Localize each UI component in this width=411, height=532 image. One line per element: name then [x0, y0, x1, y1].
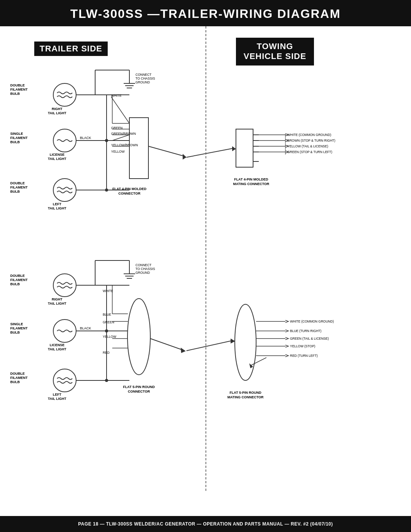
- svg-line-146: [186, 340, 233, 351]
- svg-text:BULB: BULB: [10, 331, 20, 334]
- header-title: TLW-300SS —TRAILER-WIRING DIAGRAM: [70, 7, 341, 21]
- svg-text:FILAMENT: FILAMENT: [10, 326, 28, 330]
- svg-text:BULB: BULB: [10, 140, 20, 144]
- svg-point-135: [235, 304, 256, 380]
- svg-text:LICENSE: LICENSE: [49, 343, 64, 347]
- svg-rect-39: [129, 118, 148, 179]
- svg-text:GREEN (TAIL & LICENSE): GREEN (TAIL & LICENSE): [290, 337, 329, 340]
- svg-text:RIGHT: RIGHT: [52, 297, 63, 301]
- svg-text:BULB: BULB: [10, 282, 20, 286]
- svg-text:CONNECTOR: CONNECTOR: [118, 192, 140, 195]
- svg-text:DOUBLE: DOUBLE: [10, 372, 25, 375]
- svg-text:DOUBLE: DOUBLE: [10, 274, 25, 278]
- svg-text:SINGLE: SINGLE: [10, 322, 23, 326]
- svg-text:WHITE (COMMON GROUND): WHITE (COMMON GROUND): [287, 133, 331, 137]
- svg-text:FLAT 5-PIN ROUND: FLAT 5-PIN ROUND: [229, 391, 261, 395]
- svg-point-116: [127, 299, 150, 375]
- svg-line-41: [111, 97, 129, 123]
- svg-text:RIGHT: RIGHT: [52, 107, 63, 111]
- svg-text:CONNECT: CONNECT: [135, 263, 151, 267]
- svg-text:FLAT 4-PIN MOLDED: FLAT 4-PIN MOLDED: [112, 187, 147, 191]
- svg-text:MATING CONNECTOR: MATING CONNECTOR: [227, 395, 264, 399]
- svg-point-78: [53, 274, 76, 297]
- svg-text:DOUBLE: DOUBLE: [10, 83, 25, 87]
- svg-text:LEFT: LEFT: [53, 202, 62, 206]
- svg-text:FILAMENT: FILAMENT: [10, 136, 28, 140]
- svg-text:FILAMENT: FILAMENT: [10, 185, 28, 189]
- svg-text:YELLOW (TAIL & LICENSE): YELLOW (TAIL & LICENSE): [287, 144, 328, 148]
- svg-text:LEFT: LEFT: [53, 393, 62, 396]
- svg-text:FLAT 5-PIN ROUND: FLAT 5-PIN ROUND: [123, 385, 155, 389]
- svg-text:TAIL LIGHT: TAIL LIGHT: [48, 397, 67, 401]
- page-header: TLW-300SS —TRAILER-WIRING DIAGRAM: [0, 0, 411, 26]
- page-footer: PAGE 18 — TLW-300SS WELDER/AC GENERATOR …: [0, 516, 411, 532]
- svg-text:BULB: BULB: [10, 190, 20, 193]
- svg-point-0: [53, 83, 76, 106]
- svg-text:RED: RED: [103, 351, 110, 355]
- svg-text:GREEN (STOP & TURN LEFT): GREEN (STOP & TURN LEFT): [287, 150, 332, 154]
- svg-text:YELLOW: YELLOW: [103, 335, 116, 339]
- svg-text:BLACK: BLACK: [80, 136, 91, 140]
- svg-text:YELLOW (STOP): YELLOW (STOP): [290, 344, 315, 348]
- svg-text:BLACK: BLACK: [80, 326, 91, 330]
- svg-text:FILAMENT: FILAMENT: [10, 278, 28, 282]
- svg-text:GROUND: GROUND: [135, 80, 150, 84]
- svg-text:LICENSE: LICENSE: [49, 153, 64, 157]
- svg-marker-77: [232, 146, 236, 151]
- svg-marker-132: [181, 348, 186, 353]
- svg-text:BULB: BULB: [10, 380, 20, 384]
- svg-text:TAIL LIGHT: TAIL LIGHT: [48, 302, 67, 305]
- svg-text:BULB: BULB: [10, 92, 20, 96]
- svg-text:TAIL LIGHT: TAIL LIGHT: [48, 157, 67, 161]
- svg-text:GROUND: GROUND: [135, 271, 150, 275]
- svg-text:CONNECTOR: CONNECTOR: [128, 390, 150, 393]
- svg-text:FILAMENT: FILAMENT: [10, 88, 28, 91]
- svg-text:GREEN: GREEN: [103, 320, 114, 324]
- svg-rect-59: [236, 129, 253, 167]
- svg-text:DOUBLE: DOUBLE: [10, 181, 25, 185]
- svg-text:WHITE (COMMON GROUND): WHITE (COMMON GROUND): [290, 320, 334, 323]
- svg-text:BLUE (TURN RIGHT): BLUE (TURN RIGHT): [290, 329, 322, 333]
- svg-text:BROWN (STOP & TURN RIGHT): BROWN (STOP & TURN RIGHT): [287, 139, 335, 142]
- svg-line-45: [112, 135, 129, 141]
- svg-text:TO CHASSIS: TO CHASSIS: [135, 267, 155, 271]
- svg-text:TAIL LIGHT: TAIL LIGHT: [48, 347, 67, 351]
- svg-text:TAIL LIGHT: TAIL LIGHT: [48, 206, 67, 210]
- svg-text:FLAT 4-PIN MOLDED: FLAT 4-PIN MOLDED: [234, 177, 268, 181]
- svg-line-131: [150, 339, 183, 350]
- svg-marker-56: [183, 154, 186, 160]
- svg-text:FILAMENT: FILAMENT: [10, 376, 28, 380]
- svg-text:TO CHASSIS: TO CHASSIS: [135, 77, 155, 80]
- svg-point-27: [53, 179, 76, 201]
- svg-text:CONNECT: CONNECT: [135, 73, 151, 77]
- svg-text:YELLOW: YELLOW: [111, 150, 124, 153]
- footer-text: PAGE 18 — TLW-300SS WELDER/AC GENERATOR …: [78, 521, 333, 527]
- svg-text:RED (TURN LEFT): RED (TURN LEFT): [290, 354, 318, 358]
- svg-line-76: [186, 148, 234, 157]
- svg-text:WHITE: WHITE: [111, 94, 122, 97]
- svg-point-104: [53, 369, 76, 392]
- svg-text:TAIL LIGHT: TAIL LIGHT: [48, 111, 67, 115]
- svg-text:BLUE: BLUE: [103, 313, 112, 316]
- svg-text:WHITE: WHITE: [103, 289, 113, 293]
- svg-text:SINGLE: SINGLE: [10, 132, 23, 136]
- trailer-side-label: TRAILER SIDE: [34, 42, 108, 64]
- svg-text:MATING CONNECTOR: MATING CONNECTOR: [233, 182, 269, 186]
- svg-line-55: [148, 146, 183, 156]
